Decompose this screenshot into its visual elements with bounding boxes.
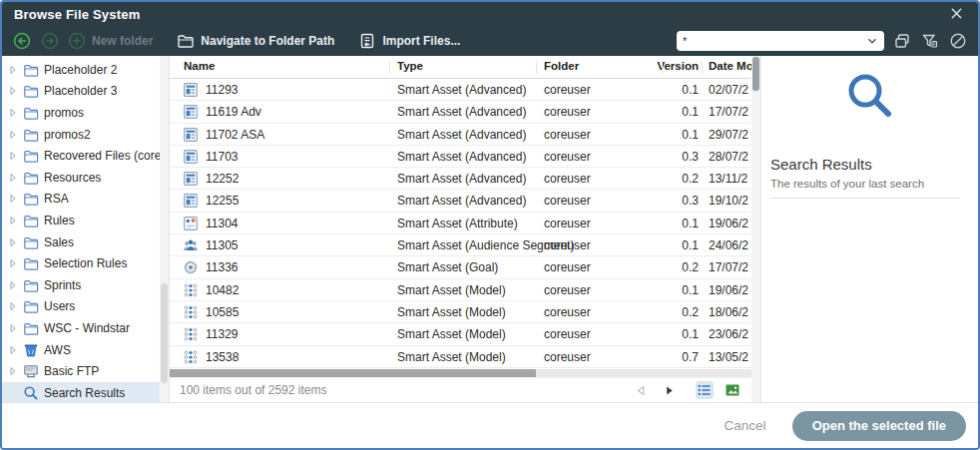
asset-date: 24/06/2 <box>709 238 751 252</box>
sidebar-item-placeholder-2[interactable]: Placeholder 2 <box>2 59 160 81</box>
asset-type: Smart Asset (Model) <box>397 283 539 297</box>
sidebar-item-rules[interactable]: Rules <box>2 210 160 231</box>
asset-date: 28/07/2 <box>709 150 751 164</box>
copy-view-icon[interactable] <box>892 31 912 51</box>
table-row[interactable]: 11703 Smart Asset (Advanced) coreuser 0.… <box>170 146 751 168</box>
column-header-date-modified[interactable]: Date Mo <box>709 60 751 72</box>
horizontal-scrollbar[interactable] <box>170 369 751 377</box>
import-files-button[interactable]: Import Files... <box>358 32 460 50</box>
table-row[interactable]: 12252 Smart Asset (Advanced) coreuser 0.… <box>170 168 751 190</box>
table-row[interactable]: 10585 Smart Asset (Model) coreuser 0.2 1… <box>170 301 751 323</box>
sidebar-scrollbar-thumb[interactable] <box>161 283 168 383</box>
expander-chevron-icon[interactable] <box>8 366 18 376</box>
table-vertical-scrollbar[interactable] <box>751 56 760 402</box>
column-header-name[interactable]: Name <box>184 60 388 72</box>
table-row[interactable]: 11336 Smart Asset (Goal) coreuser 0.2 17… <box>170 256 751 278</box>
horizontal-scrollbar-thumb[interactable] <box>170 369 536 377</box>
sidebar-item-label: Resources <box>44 171 101 185</box>
asset-name: 11703 <box>206 150 238 164</box>
sidebar-item-search-results[interactable]: Search Results <box>2 382 160 402</box>
asset-name: 11702 ASA <box>206 128 264 142</box>
model-asset-icon <box>183 349 199 365</box>
expander-chevron-icon[interactable] <box>8 173 18 183</box>
sidebar-item-wsc-windstar[interactable]: WSC - Windstar <box>2 317 160 339</box>
expander-chevron-icon[interactable] <box>8 345 18 355</box>
filter-icon[interactable] <box>920 31 940 51</box>
folder-icon <box>23 62 39 78</box>
sidebar-item-selection-rules[interactable]: Selection Rules <box>2 252 160 274</box>
asset-date: 29/07/2 <box>709 128 751 142</box>
title-bar: Browse File System <box>2 2 978 26</box>
asset-name: 11619 Adv <box>206 105 261 119</box>
clear-filter-icon[interactable] <box>948 31 968 51</box>
sidebar-item-rsa[interactable]: RSA <box>2 189 160 211</box>
asset-version: 0.2 <box>627 172 699 186</box>
expander-chevron-icon[interactable] <box>8 237 18 247</box>
asset-name: 12252 <box>206 172 239 186</box>
table-row[interactable]: 13538 Smart Asset (Model) coreuser 0.7 1… <box>170 346 751 368</box>
expander-chevron-icon[interactable] <box>8 301 18 311</box>
expander-chevron-icon[interactable] <box>8 280 18 290</box>
back-button[interactable] <box>12 31 32 51</box>
expander-chevron-icon[interactable] <box>8 258 18 268</box>
expander-chevron-icon[interactable] <box>8 151 18 161</box>
asset-type: Smart Asset (Advanced) <box>397 128 539 142</box>
expander-chevron-icon[interactable] <box>8 108 18 118</box>
expander-chevron-icon[interactable] <box>8 216 18 225</box>
table-row[interactable]: 12255 Smart Asset (Advanced) coreuser 0.… <box>170 190 751 212</box>
asset-type: Smart Asset (Audience Segment) <box>397 238 539 252</box>
search-icon <box>844 70 896 122</box>
sidebar-item-label: Search Results <box>44 386 125 400</box>
navigate-folder-path-button[interactable]: Navigate to Folder Path <box>177 32 334 50</box>
asset-version: 0.1 <box>627 327 699 341</box>
asset-version: 0.2 <box>627 305 699 319</box>
sidebar-item-label: RSA <box>44 192 69 206</box>
expander-chevron-icon[interactable] <box>8 194 18 204</box>
sidebar-item-resources[interactable]: Resources <box>2 167 160 189</box>
sidebar-item-promos2[interactable]: promos2 <box>2 124 160 146</box>
table-row[interactable]: 11329 Smart Asset (Model) coreuser 0.1 2… <box>170 323 751 345</box>
sidebar-item-recovered-files-coreuser[interactable]: Recovered Files (coreuser) <box>2 145 160 167</box>
asset-name: 11336 <box>206 260 238 274</box>
folder-icon <box>23 234 39 250</box>
table-vertical-scrollbar-thumb[interactable] <box>752 57 759 91</box>
advanced-asset-icon <box>183 171 199 187</box>
close-icon[interactable] <box>950 6 966 22</box>
column-header-type[interactable]: Type <box>397 60 539 72</box>
sidebar-item-sprints[interactable]: Sprints <box>2 274 160 296</box>
table-row[interactable]: 11702 ASA Smart Asset (Advanced) coreuse… <box>170 124 751 146</box>
table-row[interactable]: 11305 Smart Asset (Audience Segment) cor… <box>170 234 751 256</box>
table-row[interactable]: 11619 Adv Smart Asset (Advanced) coreuse… <box>170 101 751 123</box>
folder-icon <box>23 320 39 336</box>
filter-combobox[interactable]: * <box>677 31 884 51</box>
browse-file-system-dialog: Browse File System New folder Navigate t… <box>0 0 980 450</box>
sidebar-item-sales[interactable]: Sales <box>2 231 160 253</box>
sidebar-item-basic-ftp[interactable]: Basic FTP <box>2 360 160 382</box>
aws-icon <box>23 342 39 358</box>
sidebar-item-aws[interactable]: AWS <box>2 339 160 361</box>
cancel-button[interactable]: Cancel <box>725 418 766 433</box>
panel-title: Search Results <box>770 156 872 173</box>
table-row[interactable]: 10482 Smart Asset (Model) coreuser 0.1 1… <box>170 279 751 301</box>
expander-chevron-icon[interactable] <box>8 86 18 96</box>
table-row[interactable]: 11304 Smart Asset (Attribute) coreuser 0… <box>170 213 751 234</box>
expander-chevron-icon[interactable] <box>8 323 18 333</box>
list-view-icon[interactable] <box>696 381 714 399</box>
table-row[interactable]: 11293 Smart Asset (Advanced) coreuser 0.… <box>170 79 751 101</box>
expander-chevron-icon[interactable] <box>8 130 18 140</box>
sidebar-item-placeholder-3[interactable]: Placeholder 3 <box>2 81 160 103</box>
column-header-version[interactable]: Version <box>627 60 699 72</box>
sidebar-item-promos[interactable]: promos <box>2 102 160 124</box>
expander-chevron-icon[interactable] <box>8 65 18 75</box>
next-page-icon[interactable] <box>660 381 678 399</box>
thumbnail-view-icon[interactable] <box>724 381 741 399</box>
folder-icon <box>23 255 39 271</box>
table-body: 11293 Smart Asset (Advanced) coreuser 0.… <box>170 79 751 368</box>
open-selected-file-button[interactable]: Open the selected file <box>792 411 966 441</box>
asset-name: 12255 <box>206 194 239 208</box>
import-files-label: Import Files... <box>382 34 460 48</box>
sidebar-item-users[interactable]: Users <box>2 296 160 318</box>
file-table: Name Type Folder Version Date Mo 11293 S… <box>170 56 751 402</box>
sidebar-scrollbar[interactable] <box>160 56 169 402</box>
asset-date: 19/06/2 <box>709 217 751 230</box>
